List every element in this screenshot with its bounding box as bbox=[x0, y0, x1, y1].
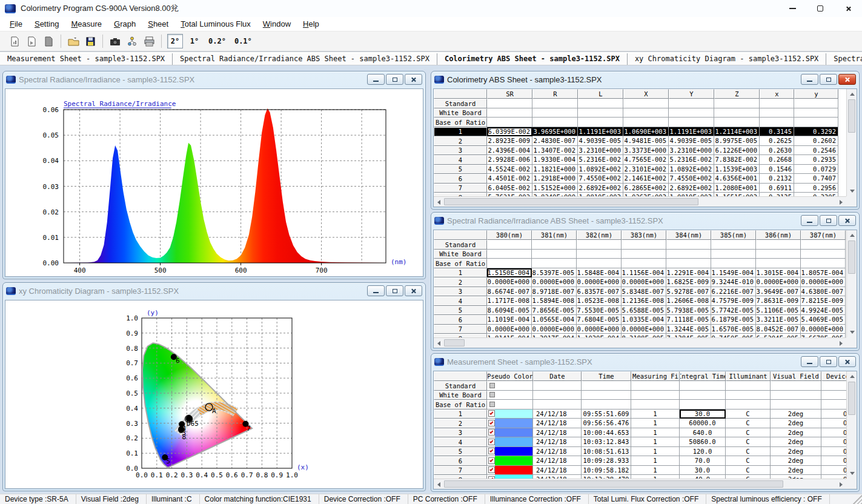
cell[interactable]: 0.0000E+000 bbox=[756, 277, 801, 287]
restore-button[interactable] bbox=[820, 356, 837, 367]
horizontal-scrollbar[interactable] bbox=[434, 337, 846, 348]
column-header[interactable]: Pseudo Color bbox=[487, 371, 533, 381]
cell[interactable] bbox=[760, 99, 794, 108]
close-icon[interactable] bbox=[405, 74, 422, 85]
tab-5[interactable]: Spectral Radiance/Irradiance - sample3-1… bbox=[826, 53, 862, 65]
cell[interactable]: 0.2956 bbox=[794, 184, 838, 193]
cell[interactable]: 10:09:58.182 bbox=[582, 466, 631, 476]
column-header[interactable]: Illuminant bbox=[726, 371, 771, 381]
cell[interactable] bbox=[756, 259, 801, 268]
visual-field-button-0.2deg[interactable]: 0.2° bbox=[206, 34, 228, 48]
camera-icon[interactable] bbox=[107, 33, 123, 49]
pseudo-color-cell[interactable] bbox=[487, 428, 533, 438]
cell[interactable]: 1 bbox=[631, 419, 680, 428]
close-icon[interactable] bbox=[838, 215, 856, 226]
cell[interactable]: 0.0000E+000 bbox=[487, 325, 532, 334]
minimize-button[interactable] bbox=[367, 285, 385, 296]
cell[interactable] bbox=[801, 250, 846, 259]
cell[interactable]: 1.0523E-008 bbox=[577, 296, 622, 306]
cell[interactable] bbox=[487, 118, 532, 127]
scrollbar-thumb[interactable] bbox=[848, 99, 855, 133]
cell[interactable]: 0.2935 bbox=[794, 155, 838, 165]
cell[interactable] bbox=[711, 259, 756, 268]
cell[interactable]: 1 bbox=[631, 437, 680, 447]
cell[interactable]: 5.9278E-007 bbox=[666, 287, 711, 297]
cell[interactable]: 0.3292 bbox=[794, 127, 838, 137]
cell[interactable]: 2.6892E+002 bbox=[578, 184, 623, 193]
column-header[interactable]: Date bbox=[533, 371, 582, 381]
cell[interactable]: C bbox=[726, 437, 771, 447]
close-icon[interactable] bbox=[405, 285, 422, 296]
cell[interactable]: 0.3145 bbox=[760, 127, 794, 137]
column-header[interactable]: 386(nm) bbox=[756, 230, 801, 240]
menu-item-file[interactable]: File bbox=[4, 18, 28, 30]
cell[interactable] bbox=[578, 118, 623, 127]
cell[interactable]: 24/12/18 bbox=[533, 409, 582, 419]
scrollbar-thumb[interactable] bbox=[848, 382, 855, 415]
cell[interactable]: 4.9924E-005 bbox=[801, 306, 846, 316]
cell[interactable]: 3.3211E-005 bbox=[756, 315, 801, 325]
cell[interactable] bbox=[794, 99, 838, 108]
pseudo-color-cell[interactable] bbox=[487, 400, 533, 409]
row-header[interactable]: 5 bbox=[434, 447, 487, 457]
cell[interactable]: 0.2668 bbox=[760, 155, 794, 165]
cell[interactable]: 1.8057E-004 bbox=[801, 268, 846, 278]
cell[interactable]: 1.1156E-004 bbox=[622, 268, 666, 278]
cell[interactable]: 5.4069E-005 bbox=[801, 315, 846, 325]
corner-header[interactable] bbox=[434, 230, 487, 240]
cell[interactable]: 6.8357E-007 bbox=[577, 287, 622, 297]
cell[interactable] bbox=[533, 400, 582, 409]
cell[interactable]: 1.1191E+003 bbox=[578, 127, 623, 137]
cell[interactable]: C bbox=[726, 456, 771, 466]
row-header[interactable]: White Board bbox=[434, 391, 487, 400]
tab-1[interactable]: Measurement Sheet - sample3-1152.SPX bbox=[0, 53, 173, 65]
vertical-scrollbar[interactable] bbox=[846, 371, 857, 479]
cell[interactable]: 10:03:12.843 bbox=[582, 437, 631, 447]
pseudo-color-cell[interactable] bbox=[487, 447, 533, 457]
column-header[interactable]: Visual Field bbox=[771, 371, 821, 381]
cell[interactable]: 1.2114E+003 bbox=[714, 127, 760, 137]
cell[interactable]: 1.5848E-004 bbox=[577, 268, 622, 278]
pseudo-color-cell[interactable] bbox=[487, 381, 533, 391]
cell[interactable] bbox=[577, 250, 622, 259]
checkbox-disabled-icon[interactable] bbox=[489, 392, 495, 397]
row-header[interactable]: Base of Ratio bbox=[434, 118, 487, 127]
cell[interactable] bbox=[726, 400, 771, 409]
cell[interactable] bbox=[582, 400, 631, 409]
cell[interactable]: 1.0892E+002 bbox=[578, 165, 623, 174]
cell[interactable]: 1.2080E+001 bbox=[714, 184, 760, 193]
menu-item-measure[interactable]: Measure bbox=[65, 18, 108, 30]
visual-field-button-1deg[interactable]: 1° bbox=[187, 34, 202, 48]
cell[interactable] bbox=[771, 381, 821, 391]
save-icon[interactable] bbox=[82, 33, 98, 49]
window-titlebar[interactable]: Measurement Sheet - sample3-1152.SPX bbox=[431, 354, 859, 370]
pseudo-color-cell[interactable] bbox=[487, 391, 533, 400]
pseudo-color-cell[interactable] bbox=[487, 466, 533, 476]
cell[interactable] bbox=[666, 240, 711, 250]
pseudo-color-cell[interactable] bbox=[487, 409, 533, 419]
cell[interactable]: 5.6588E-005 bbox=[622, 306, 666, 316]
cell[interactable]: Off bbox=[821, 419, 846, 428]
cell[interactable]: 8.9718E-007 bbox=[532, 287, 577, 297]
cell[interactable]: 70.0 bbox=[680, 456, 726, 466]
cell[interactable]: 8.0452E-007 bbox=[756, 325, 801, 334]
row-header[interactable]: 7 bbox=[434, 325, 487, 334]
cell[interactable] bbox=[801, 259, 846, 268]
cell[interactable]: 1.3015E-004 bbox=[756, 268, 801, 278]
cell[interactable]: 1.9330E-004 bbox=[532, 155, 578, 165]
cell[interactable]: 0.0000E+000 bbox=[577, 277, 622, 287]
cell[interactable] bbox=[714, 99, 760, 108]
row-header[interactable]: 4 bbox=[434, 155, 487, 165]
cell[interactable] bbox=[533, 381, 582, 391]
cell[interactable]: 1.2606E-008 bbox=[666, 296, 711, 306]
row-header[interactable]: 3 bbox=[434, 428, 487, 438]
cell[interactable] bbox=[821, 400, 846, 409]
cell[interactable]: 0.0000E+000 bbox=[487, 277, 532, 287]
cell[interactable]: 2deg bbox=[771, 437, 821, 447]
cell[interactable] bbox=[582, 391, 631, 400]
checkbox-checked-icon[interactable] bbox=[488, 457, 495, 464]
column-header[interactable]: 380(nm) bbox=[487, 230, 532, 240]
cell[interactable] bbox=[578, 108, 623, 118]
cell[interactable] bbox=[666, 250, 711, 259]
column-header[interactable]: Integral Time bbox=[680, 371, 726, 381]
